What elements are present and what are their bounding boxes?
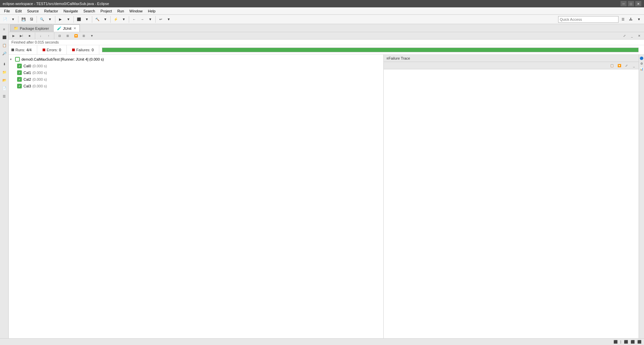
sidebar-icon-7[interactable]: 📂 <box>1 76 8 84</box>
right-icon-2[interactable]: ⚙ <box>639 61 644 66</box>
junit-collapse-button[interactable]: ⊟ <box>56 33 63 39</box>
perspective-btn-2[interactable]: 🖧 <box>627 16 635 23</box>
toolbar-separator-7 <box>129 16 129 23</box>
tb-btn-15[interactable]: ▼ <box>147 16 154 23</box>
sidebar-icon-6[interactable]: 📁 <box>1 68 8 76</box>
tb-btn-11[interactable]: ⚡ <box>112 16 119 23</box>
failures-icon <box>72 49 75 51</box>
titlebar: eclipse-workspace - TEST1/src/demo0/CalM… <box>0 0 644 7</box>
tab-bar: 📁 Package Explorer 🧪 JUnit ✕ <box>9 24 644 32</box>
right-icons: 🔵 ⚙ 📊 <box>639 55 644 338</box>
menu-project[interactable]: Project <box>98 8 114 14</box>
tb-btn-4[interactable]: 🔍 <box>38 16 46 23</box>
sidebar-icon-1[interactable]: ≡ <box>1 25 8 33</box>
menu-refactor[interactable]: Refactor <box>42 8 61 14</box>
tb-btn-14[interactable]: → <box>139 16 146 23</box>
menu-navigate[interactable]: Navigate <box>61 8 80 14</box>
junit-panel-header: ▶ ▶! ■ ↓ ↑ ⊟ ⊞ 🔽 ⊞ ▼ ⤢ _ ✕ <box>9 32 644 40</box>
toolbar-separator-2 <box>37 16 37 23</box>
sidebar-icon-3[interactable]: 📋 <box>1 42 8 49</box>
sidebar-icon-4[interactable]: 🔎 <box>1 50 8 57</box>
tb-btn-3[interactable]: 🖫 <box>28 16 35 23</box>
test-icon-1: ✓ <box>17 70 22 75</box>
new-button[interactable]: 📄 <box>1 16 9 23</box>
junit-maximize-button[interactable]: ⤢ <box>621 33 628 39</box>
run-stats: Runs: 4/4 Errors: 0 Failures: 0 <box>9 45 644 55</box>
menu-run[interactable]: Run <box>115 8 127 14</box>
test-row-2[interactable]: ✓ Cal2 (0.000 s) <box>9 76 383 83</box>
junit-prev-failure-button[interactable]: ↑ <box>45 33 52 39</box>
tb-btn-5[interactable]: ▼ <box>46 16 54 23</box>
right-icon-3[interactable]: 📊 <box>639 67 644 71</box>
junit-stop-button[interactable]: ■ <box>26 33 33 39</box>
tb-btn-12[interactable]: ▼ <box>120 16 127 23</box>
trace-filter-button[interactable]: 🔽 <box>616 63 623 69</box>
menu-search[interactable]: Search <box>81 8 98 14</box>
test-time-0: (0.000 s) <box>33 64 47 68</box>
menu-window[interactable]: Window <box>127 8 145 14</box>
menu-file[interactable]: File <box>1 8 13 14</box>
junit-minimize-button[interactable]: _ <box>629 33 635 39</box>
window-controls[interactable]: ─ □ ✕ <box>621 1 641 6</box>
test-row-1[interactable]: ✓ Cal1 (0.000 s) <box>9 69 383 76</box>
progress-bar-container <box>99 48 641 52</box>
menu-source[interactable]: Source <box>24 8 42 14</box>
green-test-1: ✓ <box>17 70 22 75</box>
tb-btn-16[interactable]: ↩ <box>157 16 164 23</box>
tb-btn-6[interactable]: ▼ <box>65 16 72 23</box>
junit-view-layout-button[interactable]: ⊞ <box>80 33 87 39</box>
trace-copy-button[interactable]: 📋 <box>608 63 615 69</box>
junit-expand-button[interactable]: ⊞ <box>64 33 71 39</box>
maximize-button[interactable]: □ <box>628 1 634 6</box>
minimize-button[interactable]: ─ <box>621 1 627 6</box>
toolbar-right-icons: ☰ 🖧 ▼ <box>619 16 643 23</box>
menu-edit[interactable]: Edit <box>13 8 24 14</box>
sidebar-icon-5[interactable]: ⬇ <box>1 60 8 68</box>
runs-value: 4/4 <box>26 48 32 52</box>
status-line: Finished after 0.015 seconds <box>9 40 644 45</box>
sidebar-icon-2[interactable]: ⬛ <box>1 33 8 41</box>
run-button[interactable]: ▶ <box>57 16 64 23</box>
test-split: ▾ demo0.CalMaxSubTest [Runner: JUnit 4] … <box>9 55 644 338</box>
tb-btn-2[interactable]: ▼ <box>9 16 17 23</box>
test-row-3[interactable]: ✓ Cal3 (0.000 s) <box>9 83 383 89</box>
junit-menu-button[interactable]: ▼ <box>89 33 95 39</box>
perspective-btn-1[interactable]: ☰ <box>619 16 627 23</box>
toolbar-separator-1 <box>18 16 18 23</box>
junit-filter-button[interactable]: 🔽 <box>72 33 79 39</box>
test-suite-row[interactable]: ▾ demo0.CalMaxSubTest [Runner: JUnit 4] … <box>9 56 383 63</box>
junit-header-right: ⤢ _ ✕ <box>621 33 643 39</box>
junit-close-view-button[interactable]: ✕ <box>636 33 643 39</box>
sidebar-icon-8[interactable]: 📄 <box>1 84 8 92</box>
trace-minimize-button[interactable]: _ <box>631 63 637 69</box>
menu-help[interactable]: Help <box>145 8 158 14</box>
sidebar-icon-9[interactable]: ☰ <box>1 92 8 100</box>
tb-btn-13[interactable]: ← <box>130 16 138 23</box>
tb-btn-17[interactable]: ▼ <box>165 16 172 23</box>
right-icon-1[interactable]: 🔵 <box>639 56 644 61</box>
tb-btn-9[interactable]: 🔨 <box>94 16 101 23</box>
suite-icon <box>15 57 20 62</box>
save-button[interactable]: 💾 <box>20 16 27 23</box>
tab-junit-close[interactable]: ✕ <box>73 26 76 30</box>
trace-maximize-button[interactable]: ⤢ <box>623 63 630 69</box>
tab-package-explorer[interactable]: 📁 Package Explorer <box>10 24 53 32</box>
test-icon-0: ✓ <box>17 63 22 69</box>
tab-junit[interactable]: 🧪 JUnit ✕ <box>53 24 80 32</box>
test-row-0[interactable]: ✓ Cal0 (0.000 s) <box>9 63 383 69</box>
test-time-3: (0.000 s) <box>33 84 47 88</box>
junit-rerun-button[interactable]: ▶ <box>10 33 17 39</box>
suite-toggle[interactable]: ▾ <box>10 58 15 61</box>
test-name-0: Cal0 <box>23 64 31 68</box>
junit-rerun-failed-button[interactable]: ▶! <box>18 33 25 39</box>
test-name-2: Cal2 <box>23 77 31 81</box>
perspective-btn-3[interactable]: ▼ <box>635 16 643 23</box>
tb-btn-7[interactable]: ⬛ <box>75 16 83 23</box>
failures-label: Failures: <box>76 48 90 52</box>
close-button[interactable]: ✕ <box>635 1 641 6</box>
menubar: File Edit Source Refactor Navigate Searc… <box>0 7 644 15</box>
tb-btn-8[interactable]: ▼ <box>83 16 91 23</box>
junit-next-failure-button[interactable]: ↓ <box>37 33 44 39</box>
quick-access-input[interactable] <box>558 16 619 23</box>
tb-btn-10[interactable]: ▼ <box>102 16 109 23</box>
